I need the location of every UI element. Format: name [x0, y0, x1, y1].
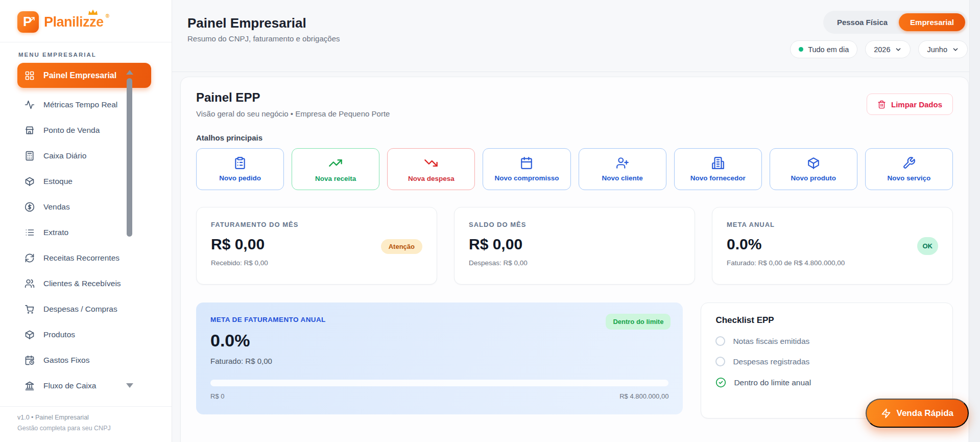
stat-sub: Faturado: R$ 0,00 de R$ 4.800.000,00	[727, 259, 938, 267]
stat-card-saldo: SALDO DO MÊS R$ 0,00 Despesas: R$ 0,00	[454, 207, 695, 285]
checklist-item-label: Despesas registradas	[733, 357, 809, 366]
stat-sub: Despesas: R$ 0,00	[469, 259, 680, 267]
status-badge-ok: OK	[917, 237, 939, 255]
shortcut-novo-servico[interactable]: Novo serviço	[865, 148, 953, 190]
checklist-title: Checklist EPP	[715, 315, 938, 325]
bottom-row: META DE FATURAMENTO ANUAL Dentro do limi…	[189, 303, 960, 418]
user-plus-icon	[616, 156, 629, 170]
cart-icon	[25, 304, 35, 314]
checklist-item-limite-anual[interactable]: Dentro do limite anual	[715, 377, 938, 388]
shortcut-novo-pedido[interactable]: Novo pedido	[196, 148, 284, 190]
calculator-icon	[25, 151, 35, 161]
page-header: Painel Empresarial Resumo do CNPJ, fatur…	[172, 0, 980, 72]
shortcut-novo-fornecedor[interactable]: Novo fornecedor	[674, 148, 762, 190]
page-scrollbar-gutter[interactable]	[969, 0, 980, 442]
shortcut-novo-compromisso[interactable]: Novo compromisso	[483, 148, 570, 190]
month-select[interactable]: Junho	[918, 40, 968, 58]
status-badge-label: Tudo em dia	[808, 45, 849, 54]
stat-sub: Recebido: R$ 0,00	[211, 259, 422, 267]
shortcut-nova-receita[interactable]: Nova receita	[292, 148, 379, 190]
toggle-pessoa-fisica[interactable]: Pessoa Física	[826, 14, 899, 31]
stat-card-meta-anual: META ANUAL 0.0% Faturado: R$ 0,00 de R$ …	[712, 207, 953, 285]
trash-icon	[877, 100, 886, 109]
profile-toggle: Pessoa Física Empresarial	[823, 11, 968, 34]
clear-data-label: Limpar Dados	[891, 100, 942, 109]
stat-label: FATURAMENTO DO MÊS	[211, 221, 422, 228]
sidebar-scroll-down-arrow[interactable]	[126, 383, 133, 388]
grid-icon	[25, 71, 35, 81]
page-title: Painel Empresarial	[187, 15, 306, 31]
checklist-item-notas-fiscais[interactable]: Notas fiscais emitidas	[715, 336, 938, 346]
calendar-icon	[520, 156, 533, 170]
year-select[interactable]: 2026	[865, 40, 911, 58]
annual-goal-percent: 0.0%	[210, 331, 668, 351]
shortcut-nova-despesa[interactable]: Nova despesa	[387, 148, 475, 190]
status-badge: Tudo em dia	[790, 40, 857, 58]
sidebar-nav: Painel Empresarial Métricas Tempo Real P…	[0, 63, 172, 396]
lightning-icon	[881, 408, 891, 418]
shortcut-row: Novo pedido Nova receita Nova despesa No…	[189, 148, 960, 190]
dollar-circle-icon	[25, 202, 35, 212]
sidebar-item-label: Receitas Recorrentes	[43, 253, 119, 263]
stats-row: FATURAMENTO DO MÊS R$ 0,00 Recebido: R$ …	[189, 207, 960, 285]
crown-icon	[87, 9, 99, 15]
sidebar-item-gastos-fixos[interactable]: Gastos Fixos	[17, 350, 151, 370]
logo-p-icon: P	[17, 11, 39, 33]
panel-header: Painel EPP Visão geral do seu negócio • …	[189, 90, 960, 118]
clear-data-button[interactable]: Limpar Dados	[867, 94, 953, 115]
radio-unchecked-icon	[715, 336, 725, 346]
limit-status-badge: Dentro do limite	[606, 314, 671, 330]
shortcut-label: Novo cliente	[602, 174, 642, 182]
checklist-item-despesas[interactable]: Despesas registradas	[715, 357, 938, 366]
sidebar-item-label: Estoque	[43, 177, 73, 186]
app-logo[interactable]: P Planilizze ®	[0, 0, 172, 42]
sidebar-item-receitas-recorrentes[interactable]: Receitas Recorrentes	[17, 247, 151, 268]
radio-unchecked-icon	[715, 357, 725, 366]
stat-label: SALDO DO MÊS	[469, 221, 680, 228]
range-min: R$ 0	[210, 392, 224, 400]
package-icon	[25, 176, 35, 187]
stat-value: 0.0%	[727, 236, 938, 253]
quick-sale-button[interactable]: Venda Rápida	[866, 399, 969, 428]
range-max: R$ 4.800.000,00	[619, 392, 668, 400]
package-icon	[807, 156, 820, 170]
sidebar-scroll-up-arrow[interactable]	[126, 70, 133, 75]
shortcut-label: Nova despesa	[408, 175, 455, 182]
shortcut-label: Novo fornecedor	[690, 174, 746, 182]
progress-range: R$ 0 R$ 4.800.000,00	[210, 392, 668, 400]
clipboard-list-icon	[233, 156, 247, 170]
sidebar-scrollbar-thumb[interactable]	[127, 78, 132, 237]
sidebar-item-label: Painel Empresarial	[43, 71, 116, 80]
calendar-clock-icon	[25, 355, 35, 365]
trending-up-icon	[328, 156, 343, 170]
sidebar-item-clientes-recebiveis[interactable]: Clientes & Recebíveis	[17, 273, 151, 294]
sidebar-item-label: Produtos	[43, 330, 75, 339]
store-icon	[25, 125, 35, 135]
sidebar-item-produtos[interactable]: Produtos	[17, 324, 151, 345]
app-tagline: Gestão completa para seu CNPJ	[17, 425, 154, 432]
shortcut-novo-cliente[interactable]: Novo cliente	[579, 148, 666, 190]
shortcut-novo-produto[interactable]: Novo produto	[770, 148, 857, 190]
year-select-value: 2026	[874, 45, 890, 54]
shortcuts-label: Atalhos principais	[196, 133, 953, 142]
progress-bar	[210, 380, 668, 386]
sidebar-item-label: Fluxo de Caixa	[43, 381, 96, 390]
status-badge-atencao: Atenção	[381, 239, 422, 254]
shortcut-label: Novo pedido	[219, 174, 261, 182]
menu-section-label: MENU EMPRESARIAL	[0, 50, 172, 63]
divider	[0, 42, 172, 42]
chevron-down-icon	[952, 46, 959, 53]
annual-goal-title: META DE FATURAMENTO ANUAL	[210, 316, 668, 323]
list-icon	[25, 227, 35, 238]
sidebar-item-label: Métricas Tempo Real	[43, 100, 117, 109]
sidebar-item-despesas-compras[interactable]: Despesas / Compras	[17, 298, 151, 319]
sidebar-item-label: Extrato	[43, 228, 68, 237]
toggle-empresarial[interactable]: Empresarial	[899, 13, 965, 31]
shortcut-label: Novo compromisso	[494, 174, 559, 182]
header-controls: Pessoa Física Empresarial Tudo em dia 20…	[790, 11, 968, 58]
stat-label: META ANUAL	[727, 221, 938, 228]
panel-title: Painel EPP	[196, 90, 390, 105]
stat-value: R$ 0,00	[469, 236, 680, 253]
month-select-value: Junho	[927, 45, 947, 54]
sidebar-item-label: Caixa Diário	[43, 151, 86, 160]
